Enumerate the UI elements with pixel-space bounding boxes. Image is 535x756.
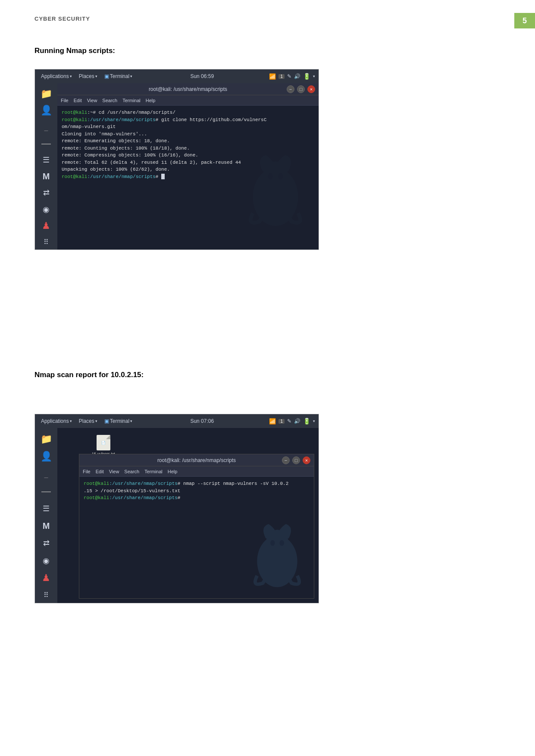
places-menu-1[interactable]: Places ▾ — [76, 72, 100, 80]
term2-line-3: root@kali:/usr/share/nmap/scripts# — [84, 494, 310, 502]
sidebar-face-2[interactable]: 👤 — [38, 449, 55, 464]
menu-help-2[interactable]: Help — [168, 469, 178, 474]
menu-view-2[interactable]: View — [109, 469, 119, 474]
terminal-controls-2: − □ × — [282, 456, 310, 464]
sidebar-face-1[interactable]: 👤 — [38, 103, 55, 118]
term2-line-1: root@kali:/usr/share/nmap/scripts# nmap … — [84, 480, 310, 487]
terminal-controls-1: − □ × — [287, 85, 315, 93]
sidebar-m-1[interactable]: M — [38, 169, 55, 184]
sidebar-menu-1[interactable]: ☰ — [38, 153, 55, 167]
sidebar-eye-1[interactable]: ◉ — [38, 202, 55, 216]
dash-icon-2: — — [41, 487, 51, 496]
kali-dragon-2 — [247, 521, 307, 592]
sidebar-terminal-1[interactable]: _ — [38, 119, 55, 134]
close-button-1[interactable]: × — [307, 85, 315, 93]
topbar-icon-battery-1: 🔋 — [303, 73, 310, 80]
topbar-time-1: Sun 06:59 — [137, 73, 267, 79]
minimize-button-2[interactable]: − — [282, 456, 290, 464]
applications-label-1: Applications — [41, 73, 69, 79]
kali-dragon-1 — [241, 152, 310, 241]
term-line-2: root@kali:/usr/share/nmap/scripts# git c… — [62, 116, 314, 124]
topbar-icon-more-1[interactable]: ▾ — [313, 74, 315, 78]
sidebar-folder-2[interactable]: 📁 — [38, 431, 55, 447]
topbar-icon-pen-2: ✎ — [287, 418, 291, 424]
sidebar-grid-1[interactable]: ⠿ — [38, 235, 55, 250]
term-line-1: root@kali:~# cd /usr/share/nmap/scripts/ — [62, 109, 314, 116]
close-button-2[interactable]: × — [303, 456, 310, 464]
sidebar-arrow-2[interactable]: ⇄ — [38, 535, 55, 551]
sidebar-arrow-1[interactable]: ⇄ — [38, 185, 55, 200]
sidebar-terminal-2[interactable]: _ — [38, 466, 55, 481]
applications-menu-1[interactable]: Applications ▾ — [38, 72, 75, 80]
svg-point-2 — [268, 173, 273, 180]
sidebar-folder-1[interactable]: 📁 — [38, 87, 55, 101]
terminal-menubar-2: File Edit View Search Terminal Help — [79, 466, 314, 477]
eye-icon-1: ◉ — [43, 205, 50, 214]
menu-file-1[interactable]: File — [61, 98, 69, 103]
term-line-6: remote: Counting objects: 100% (18/18), … — [62, 145, 314, 152]
menu-terminal-1[interactable]: Terminal — [122, 98, 141, 103]
applications-arrow-2: ▾ — [70, 419, 72, 423]
maximize-button-2[interactable]: □ — [292, 456, 300, 464]
topbar-right-1: 📶 1 ✎ 🔊 🔋 ▾ — [269, 73, 315, 80]
sidebar-m-2[interactable]: M — [38, 518, 55, 534]
terminal-icon-1: ▣ — [104, 73, 109, 79]
folder-icon-1: 📁 — [41, 88, 52, 100]
places-menu-2[interactable]: Places ▾ — [76, 417, 100, 425]
page-number: 5 — [514, 13, 535, 28]
sidebar-person-2[interactable]: ♟ — [38, 570, 55, 586]
menu-help-1[interactable]: Help — [146, 98, 156, 103]
topbar-icon-volume-1: 🔊 — [294, 73, 300, 79]
menu-edit-2[interactable]: Edit — [96, 469, 104, 474]
topbar-icon-network-2: 📶 — [269, 418, 276, 425]
menu-terminal-2b[interactable]: Terminal — [144, 469, 163, 474]
grid-icon-1: ⠿ — [44, 238, 49, 246]
terminal-menu-2[interactable]: ▣ Terminal ▾ — [102, 417, 135, 425]
topbar-right-2: 📶 1 ✎ 🔊 🔋 ▾ — [269, 418, 315, 425]
menu-edit-1[interactable]: Edit — [74, 98, 82, 103]
kali-sidebar-2: 📁 👤 _ — ☰ M ⇄ ◉ ♟ ⠿ — [35, 428, 57, 603]
desktop-file-2: 📄 15-vulners.txt — [92, 435, 115, 456]
person-icon-1: ♟ — [42, 220, 50, 231]
sidebar-dash-1[interactable]: — — [38, 136, 55, 151]
topbar-badge-2: 1 — [278, 419, 285, 424]
screenshot-1: Applications ▾ Places ▾ ▣ Terminal ▾ Sun… — [34, 69, 319, 250]
topbar-icon-volume-2: 🔊 — [294, 418, 300, 424]
minimize-button-1[interactable]: − — [287, 85, 294, 93]
menu-search-2[interactable]: Search — [124, 469, 139, 474]
sidebar-dash-2[interactable]: — — [38, 484, 55, 499]
places-arrow-2: ▾ — [95, 419, 97, 423]
term-line-4: Cloning into 'nmap-vulners'... — [62, 131, 314, 138]
eye-icon-2: ◉ — [43, 556, 50, 565]
sidebar-person-1[interactable]: ♟ — [38, 219, 55, 233]
menu-view-1[interactable]: View — [87, 98, 97, 103]
terminal-window-1: root@kali: /usr/share/nmap/scripts − □ ×… — [57, 83, 319, 250]
terminal-arrow-2: ▾ — [130, 419, 132, 423]
terminal-menu-1[interactable]: ▣ Terminal ▾ — [102, 72, 135, 80]
dash-icon-1: — — [41, 139, 51, 148]
terminal-icon-sb-2: _ — [44, 470, 48, 478]
kali-topbar-1: Applications ▾ Places ▾ ▣ Terminal ▾ Sun… — [35, 69, 319, 83]
m-icon-2: M — [43, 521, 50, 531]
terminal-arrow-1: ▾ — [130, 74, 132, 78]
menu-search-1[interactable]: Search — [102, 98, 117, 103]
applications-menu-2[interactable]: Applications ▾ — [38, 417, 75, 425]
m-icon-1: M — [43, 172, 50, 181]
menu-file-2[interactable]: File — [83, 469, 91, 474]
maximize-button-1[interactable]: □ — [297, 85, 305, 93]
page-header: CYBER SECURITY — [34, 16, 90, 22]
terminal-label-2: Terminal — [110, 418, 129, 424]
folder-icon-2: 📁 — [41, 434, 52, 445]
terminal-title-2: root@kali: /usr/share/nmap/scripts — [157, 457, 236, 463]
sidebar-menu-2[interactable]: ☰ — [38, 501, 55, 516]
kali-sidebar-1: 📁 👤 _ — ☰ M ⇄ ◉ ♟ ⠿ — [35, 83, 57, 250]
topbar-icon-network-1: 📶 — [269, 73, 276, 80]
term2-line-2: .15 > /root/Desktop/15-vulners.txt — [84, 487, 310, 495]
topbar-icon-more-2[interactable]: ▾ — [313, 419, 315, 423]
file-icon-2: 📄 — [97, 435, 110, 450]
menu-icon-2: ☰ — [43, 504, 50, 513]
places-label-2: Places — [79, 418, 94, 424]
menu-icon-1: ☰ — [43, 155, 50, 165]
sidebar-eye-2[interactable]: ◉ — [38, 553, 55, 568]
sidebar-grid-2[interactable]: ⠿ — [38, 587, 55, 603]
